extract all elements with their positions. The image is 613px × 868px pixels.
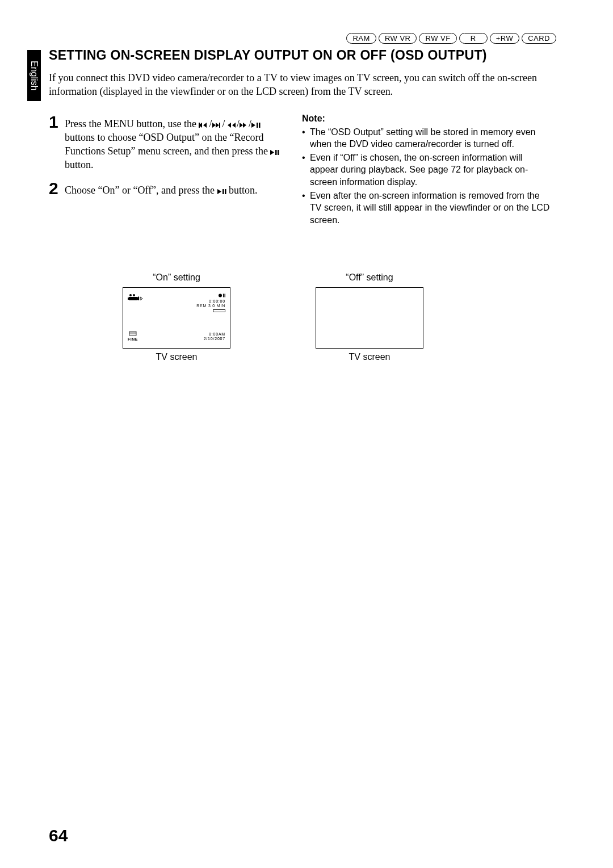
svg-marker-16 (217, 189, 221, 194)
badge-rwvf: RW VF (419, 33, 456, 44)
badge-ram: RAM (346, 33, 376, 44)
tv-caption: TV screen (123, 352, 230, 362)
note-heading: Note: (302, 114, 551, 124)
step-text: buttons to choose “OSD Output” on the “R… (65, 132, 270, 157)
battery-icon (213, 309, 225, 312)
svg-marker-24 (140, 297, 142, 300)
fast-forward-icon (240, 118, 249, 129)
svg-rect-2 (199, 123, 200, 128)
tv-bottom-right: 8:00AM 2/10/2007 (204, 332, 225, 342)
quality-icon (129, 331, 137, 336)
svg-marker-8 (240, 123, 243, 128)
tv-time: 0:00:00 (209, 299, 225, 303)
note-list: The “OSD Output” setting will be stored … (302, 126, 551, 227)
badge-card: CARD (522, 33, 556, 44)
next-track-icon (212, 118, 222, 129)
note-item: The “OSD Output” setting will be stored … (302, 126, 551, 150)
language-tab: English (27, 50, 41, 101)
play-pause-icon (270, 145, 279, 157)
svg-rect-5 (219, 123, 220, 128)
svg-rect-22 (128, 297, 129, 300)
tv-date: 2/10/2007 (204, 337, 225, 341)
step-2: 2 Choose “On” or “Off”, and press the bu… (49, 180, 282, 197)
step-text: button. (226, 184, 258, 196)
play-pause-icon (217, 184, 226, 196)
step-text: Press the MENU button, use the (65, 118, 199, 129)
svg-marker-23 (137, 296, 139, 300)
rewind-icon (228, 118, 237, 129)
tv-caption: TV screen (316, 352, 423, 362)
off-setting-example: “Off” setting TV screen (316, 272, 423, 362)
svg-marker-13 (270, 150, 274, 155)
svg-marker-4 (216, 123, 219, 128)
step-number: 2 (49, 180, 65, 197)
svg-marker-6 (228, 123, 231, 128)
page-title: SETTING ON-SCREEN DISPLAY OUTPUT ON OR O… (49, 48, 551, 63)
badge-plusrw: +RW (490, 33, 520, 44)
svg-rect-14 (275, 150, 277, 155)
svg-marker-1 (203, 123, 207, 128)
off-setting-label: “Off” setting (316, 272, 423, 283)
quality-label: FINE (128, 337, 138, 341)
svg-marker-7 (232, 123, 236, 128)
svg-marker-9 (243, 123, 246, 128)
svg-marker-10 (251, 123, 255, 128)
note-item: Even after the on-screen information is … (302, 190, 551, 227)
on-setting-example: “On” setting 0:00:00 REM 3 0 MIN FINE 8:… (123, 272, 230, 362)
prev-track-icon (199, 118, 209, 129)
step-text: Choose “On” or “Off”, and press the (65, 184, 217, 196)
svg-rect-21 (129, 297, 137, 300)
play-pause-icon (251, 118, 261, 129)
media-badges: RAM RW VR RW VF R +RW CARD (346, 33, 556, 44)
svg-rect-11 (257, 123, 258, 128)
tv-top-right: 0:00:00 REM 3 0 MIN (196, 293, 225, 313)
tv-clock: 8:00AM (209, 332, 225, 336)
note-item: Even if “Off” is chosen, the on-screen i… (302, 152, 551, 188)
tv-screen-on: 0:00:00 REM 3 0 MIN FINE 8:00AM 2/10/200… (123, 287, 230, 349)
tv-bottom-left: FINE (128, 331, 138, 341)
record-pause-icon (219, 293, 225, 299)
step-1: 1 Press the MENU button, use the // // b… (49, 114, 282, 172)
svg-rect-28 (129, 332, 136, 336)
svg-point-25 (219, 294, 222, 297)
svg-point-19 (129, 294, 132, 296)
step-text: button. (65, 159, 94, 170)
tv-rem: REM 3 0 MIN (196, 304, 225, 308)
badge-rwvr: RW VR (379, 33, 417, 44)
page-number: 64 (49, 826, 68, 845)
svg-rect-27 (225, 294, 226, 297)
svg-rect-17 (222, 189, 224, 194)
svg-rect-12 (259, 123, 261, 128)
svg-rect-26 (223, 294, 224, 297)
svg-rect-15 (278, 150, 279, 155)
badge-r: R (459, 33, 488, 44)
tv-screen-off (316, 287, 423, 349)
svg-marker-3 (212, 123, 216, 128)
svg-point-20 (133, 294, 135, 296)
step-number: 1 (49, 114, 65, 172)
step-body: Press the MENU button, use the // // but… (65, 114, 282, 172)
camera-icon (128, 293, 142, 301)
on-setting-label: “On” setting (123, 272, 230, 283)
step-body: Choose “On” or “Off”, and press the butt… (65, 180, 258, 197)
intro-text: If you connect this DVD video camera/rec… (49, 71, 551, 99)
